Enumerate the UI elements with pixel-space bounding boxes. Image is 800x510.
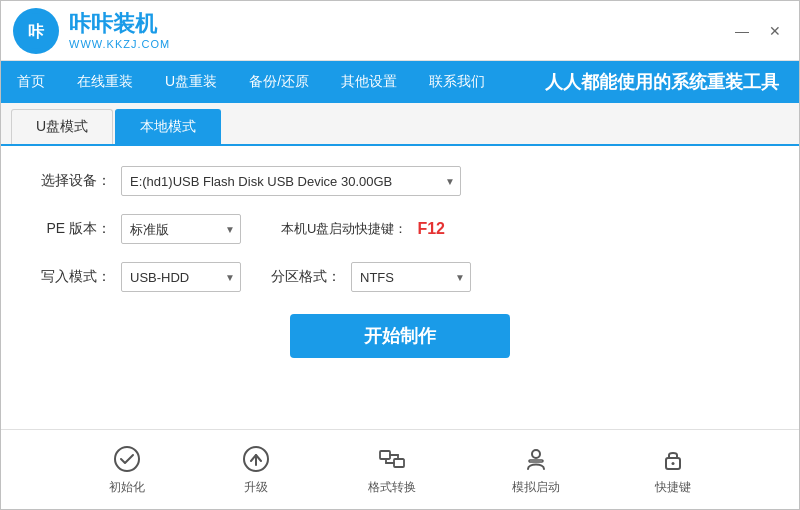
minimize-button[interactable]: —	[729, 22, 755, 40]
app-logo: 咔	[13, 8, 59, 54]
svg-rect-5	[380, 451, 390, 459]
nav-item-contact[interactable]: 联系我们	[413, 61, 501, 103]
title-bar: 咔 咔咔装机 WWW.KKZJ.COM — ✕	[1, 1, 799, 61]
pe-select-wrapper[interactable]: 标准版 专业版 ▼	[121, 214, 241, 244]
write-label: 写入模式：	[41, 268, 111, 286]
write-select[interactable]: USB-HDD USB-ZIP	[121, 262, 241, 292]
device-label: 选择设备：	[41, 172, 111, 190]
upgrade-label: 升级	[244, 479, 268, 496]
initialize-label: 初始化	[109, 479, 145, 496]
pe-row: PE 版本： 标准版 专业版 ▼ 本机U盘启动快捷键： F12	[41, 214, 759, 244]
convert-label: 格式转换	[368, 479, 416, 496]
pe-select[interactable]: 标准版 专业版	[121, 214, 241, 244]
partition-select[interactable]: NTFS FAT32 exFAT	[351, 262, 471, 292]
nav-bar: 首页 在线重装 U盘重装 备份/还原 其他设置 联系我们 人人都能使用的系统重装…	[1, 61, 799, 103]
pe-hint-key: F12	[417, 220, 445, 238]
nav-item-settings[interactable]: 其他设置	[325, 61, 413, 103]
convert-icon	[376, 443, 408, 475]
tool-initialize[interactable]: 初始化	[109, 443, 145, 496]
upload-icon	[240, 443, 272, 475]
app-url: WWW.KKZJ.COM	[69, 38, 170, 50]
device-select-wrapper[interactable]: E:(hd1)USB Flash Disk USB Device 30.00GB…	[121, 166, 461, 196]
svg-rect-6	[394, 459, 404, 467]
close-button[interactable]: ✕	[763, 22, 787, 40]
person-icon	[520, 443, 552, 475]
start-button[interactable]: 开始制作	[290, 314, 510, 358]
start-btn-row: 开始制作	[41, 314, 759, 358]
tab-usb-mode[interactable]: U盘模式	[11, 109, 113, 144]
main-window: 咔 咔咔装机 WWW.KKZJ.COM — ✕ 首页 在线重装 U盘重装 备份/…	[0, 0, 800, 510]
simulate-label: 模拟启动	[512, 479, 560, 496]
nav-slogan: 人人都能使用的系统重装工具	[545, 70, 799, 94]
tab-area: U盘模式 本地模式	[1, 103, 799, 146]
partition-label: 分区格式：	[271, 268, 341, 286]
pe-label: PE 版本：	[41, 220, 111, 238]
tool-upgrade[interactable]: 升级	[240, 443, 272, 496]
svg-point-12	[672, 462, 675, 465]
nav-item-usb[interactable]: U盘重装	[149, 61, 233, 103]
pe-hint-text: 本机U盘启动快捷键：	[281, 220, 407, 238]
tab-local-mode[interactable]: 本地模式	[115, 109, 221, 144]
svg-point-2	[115, 447, 139, 471]
svg-point-9	[532, 450, 540, 458]
write-select-wrapper[interactable]: USB-HDD USB-ZIP ▼	[121, 262, 241, 292]
device-row: 选择设备： E:(hd1)USB Flash Disk USB Device 3…	[41, 166, 759, 196]
shortcut-label: 快捷键	[655, 479, 691, 496]
svg-rect-10	[529, 460, 543, 462]
title-text-block: 咔咔装机 WWW.KKZJ.COM	[69, 11, 170, 49]
tool-shortcut[interactable]: 快捷键	[655, 443, 691, 496]
tool-simulate[interactable]: 模拟启动	[512, 443, 560, 496]
partition-select-wrapper[interactable]: NTFS FAT32 exFAT ▼	[351, 262, 471, 292]
check-circle-icon	[111, 443, 143, 475]
nav-item-online[interactable]: 在线重装	[61, 61, 149, 103]
nav-item-home[interactable]: 首页	[1, 61, 61, 103]
nav-item-backup[interactable]: 备份/还原	[233, 61, 325, 103]
tool-convert[interactable]: 格式转换	[368, 443, 416, 496]
write-row: 写入模式： USB-HDD USB-ZIP ▼ 分区格式： NTFS FAT32…	[41, 262, 759, 292]
window-controls: — ✕	[729, 22, 787, 40]
device-select[interactable]: E:(hd1)USB Flash Disk USB Device 30.00GB	[121, 166, 461, 196]
app-name: 咔咔装机	[69, 11, 170, 37]
main-content: 选择设备： E:(hd1)USB Flash Disk USB Device 3…	[1, 146, 799, 429]
lock-icon	[657, 443, 689, 475]
bottom-toolbar: 初始化 升级	[1, 429, 799, 509]
svg-text:咔: 咔	[28, 23, 45, 40]
